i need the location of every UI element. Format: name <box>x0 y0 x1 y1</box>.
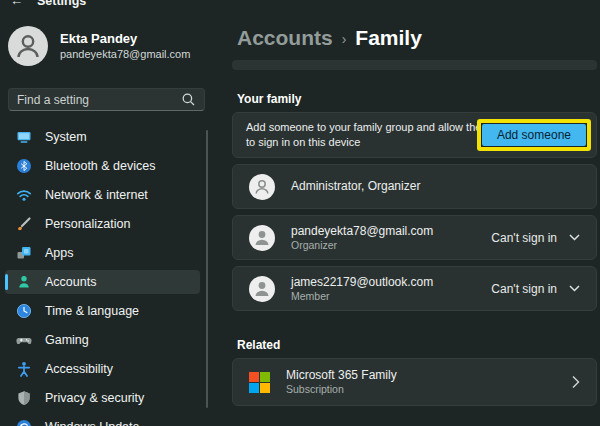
sidebar-item-network[interactable]: Network & internet <box>5 183 200 207</box>
highlight-annotation: Add someone <box>477 119 591 151</box>
chevron-right-icon <box>572 376 580 389</box>
sidebar-item-label: Gaming <box>45 333 89 347</box>
sidebar-item-bluetooth[interactable]: Bluetooth & devices <box>5 154 200 178</box>
paintbrush-icon <box>16 216 32 232</box>
sidebar-item-personalization[interactable]: Personalization <box>5 212 200 236</box>
user-profile[interactable]: Ekta Pandey pandeyekta78@gmail.com <box>8 26 190 66</box>
person-glyph-icon <box>249 174 275 200</box>
member-title: james22179@outlook.com <box>291 275 433 290</box>
microsoft-365-family-card[interactable]: Microsoft 365 Family Subscription <box>232 358 597 406</box>
sidebar-nav: System Bluetooth & devices Network & int… <box>5 125 200 426</box>
settings-window: ← Settings Ekta Pandey pandeyekta78@gmai… <box>0 0 600 426</box>
sidebar-item-accessibility[interactable]: Accessibility <box>5 357 200 381</box>
gamepad-icon <box>16 332 32 348</box>
content-pane: Accounts › Family Your family Add someon… <box>232 0 597 426</box>
search-input[interactable] <box>17 93 181 107</box>
person-glyph-icon <box>249 276 275 302</box>
search-box[interactable] <box>8 88 205 111</box>
update-icon <box>16 419 32 426</box>
sidebar-item-privacy[interactable]: Privacy & security <box>5 386 200 410</box>
related-subtitle: Subscription <box>286 383 397 396</box>
add-someone-button[interactable]: Add someone <box>482 124 586 146</box>
member-avatar <box>249 276 275 302</box>
chevron-down-icon <box>569 285 580 292</box>
sidebar-item-label: Windows Update <box>45 420 140 426</box>
user-name: Ekta Pandey <box>60 31 190 47</box>
add-someone-card: Add someone to your family group and all… <box>232 112 597 158</box>
add-someone-description: Add someone to your family group and all… <box>246 120 498 150</box>
sidebar-item-gaming[interactable]: Gaming <box>5 328 200 352</box>
family-member-row[interactable]: pandeyekta78@gmail.com Organizer Can't s… <box>232 215 597 260</box>
sidebar-item-label: Bluetooth & devices <box>45 159 156 173</box>
chevron-right-icon: › <box>342 29 347 47</box>
family-member-row[interactable]: james22179@outlook.com Member Can't sign… <box>232 266 597 311</box>
sidebar-item-label: Apps <box>45 246 74 260</box>
chevron-down-icon <box>569 234 580 241</box>
microsoft-logo-icon <box>249 372 270 393</box>
breadcrumb-accounts[interactable]: Accounts <box>237 26 333 50</box>
person-icon <box>16 274 32 290</box>
sign-in-status: Can't sign in <box>491 231 557 245</box>
search-icon <box>181 92 196 107</box>
bluetooth-icon <box>16 158 32 174</box>
sign-in-dropdown[interactable]: Can't sign in <box>491 282 580 296</box>
sign-in-status: Can't sign in <box>491 282 557 296</box>
person-glyph-icon <box>8 26 48 66</box>
sidebar-item-label: Privacy & security <box>45 391 144 405</box>
sidebar-item-label: Accessibility <box>45 362 113 376</box>
sidebar-item-windows-update[interactable]: Windows Update <box>5 415 200 426</box>
member-avatar <box>249 225 275 251</box>
accessibility-icon <box>16 361 32 377</box>
member-avatar <box>249 174 275 200</box>
sidebar-item-label: Accounts <box>45 275 96 289</box>
member-title: pandeyekta78@gmail.com <box>291 224 433 239</box>
breadcrumb: Accounts › Family <box>237 26 422 50</box>
related-title: Microsoft 365 Family <box>286 368 397 383</box>
clock-icon <box>16 303 32 319</box>
wifi-icon <box>16 187 32 203</box>
sidebar-item-apps[interactable]: Apps <box>5 241 200 265</box>
shield-icon <box>16 390 32 406</box>
sidebar-item-system[interactable]: System <box>5 125 200 149</box>
member-title: Administrator, Organizer <box>291 179 420 194</box>
user-email: pandeyekta78@gmail.com <box>60 47 190 61</box>
related-heading: Related <box>237 338 280 352</box>
sidebar-scrollbar[interactable] <box>206 130 208 408</box>
sidebar-item-time-language[interactable]: Time & language <box>5 299 200 323</box>
scrolled-card-remnant <box>232 60 597 70</box>
member-role: Organizer <box>291 239 433 252</box>
page-title: Family <box>355 26 422 50</box>
sidebar-item-accounts[interactable]: Accounts <box>5 270 200 294</box>
family-member-row[interactable]: Administrator, Organizer <box>232 164 597 209</box>
sidebar-item-label: Network & internet <box>45 188 148 202</box>
avatar <box>8 26 48 66</box>
sidebar-item-label: Personalization <box>45 217 130 231</box>
sidebar-item-label: System <box>45 130 87 144</box>
monitor-icon <box>16 129 32 145</box>
person-glyph-icon <box>249 225 275 251</box>
sidebar: Ekta Pandey pandeyekta78@gmail.com Syste… <box>0 0 220 426</box>
member-role: Member <box>291 290 433 303</box>
your-family-heading: Your family <box>237 92 301 106</box>
sign-in-dropdown[interactable]: Can't sign in <box>491 231 580 245</box>
sidebar-item-label: Time & language <box>45 304 139 318</box>
apps-grid-icon <box>16 245 32 261</box>
